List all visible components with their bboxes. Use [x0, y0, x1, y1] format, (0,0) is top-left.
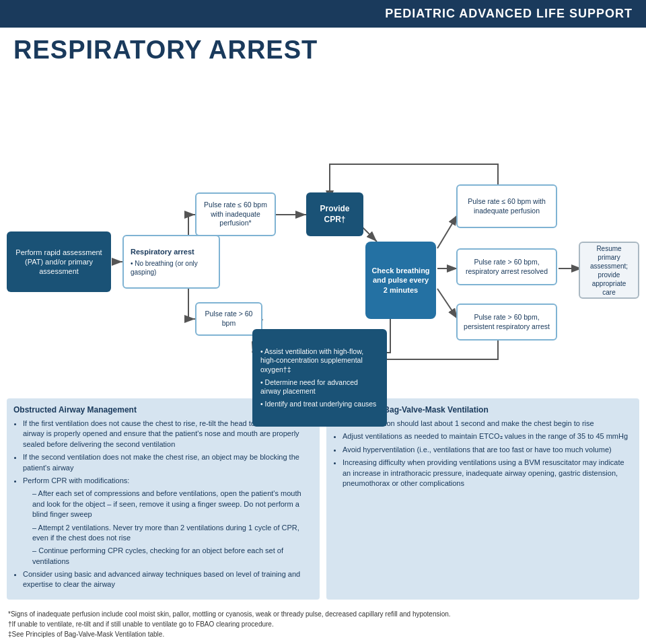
obstructed-sub-list: After each set of compressions and befor… [23, 489, 313, 567]
footer-note-3: ‡See Principles of Bag-Valve-Mask Ventil… [8, 629, 638, 639]
box-provide-cpr: Provide CPR† [306, 192, 363, 236]
svg-line-7 [437, 289, 458, 319]
bvm-item-3: Avoid hyperventilation (i.e., ventilatio… [343, 445, 633, 455]
bvm-item-2: Adjust ventilations as needed to maintai… [343, 431, 633, 441]
box-assist-ventilation: • Assist ventilation with high-flow, hig… [252, 329, 387, 427]
obstructed-sub-2: Attempt 2 ventilations. Never try more t… [32, 523, 313, 544]
obstructed-item-3: Perform CPR with modifications: [23, 476, 313, 486]
header-title: PEDIATRIC ADVANCED LIFE SUPPORT [385, 7, 633, 20]
box-pulse-gt60-resolved: Pulse rate > 60 bpm, respiratory arrest … [456, 248, 557, 285]
bvm-item-4: Increasing difficulty when providing ven… [343, 458, 633, 489]
obstructed-sub-1: After each set of compressions and befor… [32, 489, 313, 520]
box-respiratory-arrest-sub: • No breathing (or only gasping) [131, 259, 212, 277]
box-check-breathing: Check breathing and pulse every 2 minute… [365, 242, 436, 319]
box-respiratory-arrest: Respiratory arrest • No breathing (or on… [122, 235, 220, 289]
box-pulse-gt60-resolved-label: Pulse rate > 60 bpm, respiratory arrest … [463, 258, 550, 276]
assist-bullet-1: • Assist ventilation with high-flow, hig… [260, 347, 379, 375]
assist-bullet-2: • Determine need for advanced airway pla… [260, 378, 379, 396]
box-pulse-le60: Pulse rate ≤ 60 bpm with inadequate perf… [195, 192, 276, 236]
title-bar: RESPIRATORY ARREST [0, 28, 646, 70]
box-respiratory-arrest-title: Respiratory arrest [131, 247, 194, 256]
obstructed-list: If the first ventilation does not cause … [13, 419, 313, 590]
footer-notes: *Signs of inadequate perfusion include c… [0, 605, 646, 644]
svg-line-5 [437, 215, 458, 248]
info-box-bvm: Principles of Bag-Valve-Mask Ventilation… [326, 398, 639, 600]
box-perform-rapid-label: Perform rapid assessment (PAT) and/or pr… [12, 248, 106, 277]
box-provide-cpr-label: Provide CPR† [312, 204, 358, 225]
obstructed-item-2: If the second ventilation does not make … [23, 452, 313, 473]
assist-bullet-3: • Identify and treat underlying causes [260, 400, 376, 409]
box-pulse-le60-right: Pulse rate ≤ 60 bpm with inadequate perf… [456, 184, 557, 228]
footer-note-2: †If unable to ventilate, re-tilt and if … [8, 619, 638, 629]
page-title: RESPIRATORY ARREST [13, 36, 633, 65]
info-box-obstructed: Obstructed Airway Management If the firs… [7, 398, 320, 600]
box-pulse-le60-label: Pulse rate ≤ 60 bpm with inadequate perf… [202, 201, 269, 228]
box-pulse-gt60-label: Pulse rate > 60 bpm [202, 310, 256, 328]
obstructed-sub-3: Continue performing CPR cycles, checking… [32, 546, 313, 567]
box-pulse-gt60-persistent: Pulse rate > 60 bpm, persistent respirat… [456, 303, 557, 341]
box-resume-primary-label: Resume primary assessment; provide appro… [585, 244, 633, 297]
footer-note-1: *Signs of inadequate perfusion include c… [8, 609, 638, 619]
obstructed-item-4: Consider using basic and advanced airway… [23, 569, 313, 590]
box-pulse-gt60-persistent-label: Pulse rate > 60 bpm, persistent respirat… [463, 313, 550, 331]
flowchart-area: Perform rapid assessment (PAT) and/or pr… [0, 70, 646, 393]
box-pulse-le60-right-label: Pulse rate ≤ 60 bpm with inadequate perf… [463, 197, 550, 215]
box-perform-rapid: Perform rapid assessment (PAT) and/or pr… [7, 231, 111, 292]
box-resume-primary: Resume primary assessment; provide appro… [579, 242, 639, 299]
box-check-breathing-label: Check breathing and pulse every 2 minute… [371, 266, 431, 295]
page-header: PEDIATRIC ADVANCED LIFE SUPPORT [0, 0, 646, 28]
bvm-list: Each ventilation should last about 1 sec… [333, 419, 633, 489]
